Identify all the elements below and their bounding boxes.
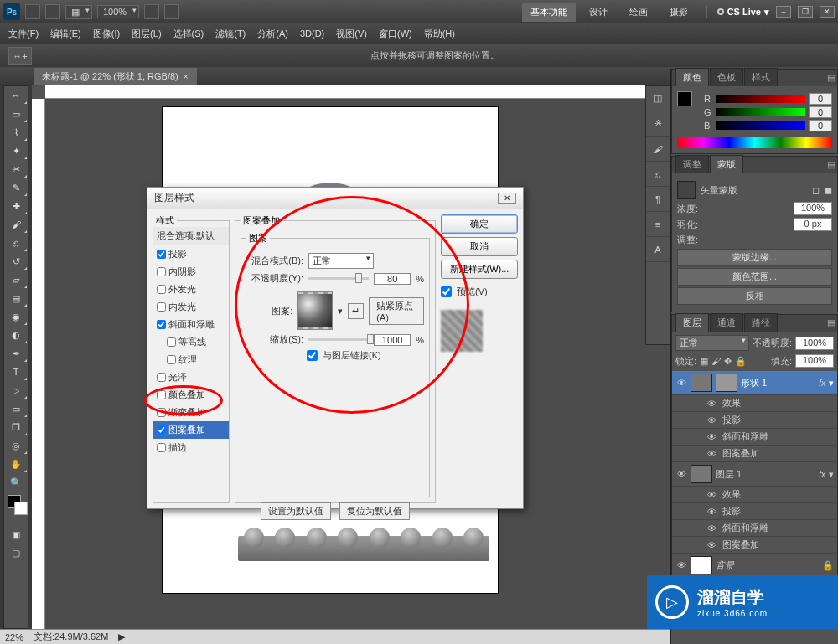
tool-marquee[interactable]: ▭ (4, 105, 28, 123)
snap-origin-icon[interactable]: ↵ (348, 303, 364, 319)
link-checkbox[interactable] (307, 350, 318, 361)
bridge-icon[interactable] (25, 4, 40, 19)
window-min[interactable]: – (776, 6, 791, 18)
cs-live[interactable]: CS Live▾ (717, 7, 769, 18)
menu-view[interactable]: 视图(V) (336, 28, 367, 40)
zoom-readout[interactable]: 22% (5, 632, 23, 642)
menu-image[interactable]: 图像(I) (93, 28, 120, 40)
dock-para-icon[interactable]: ≡ (646, 212, 670, 237)
snap-origin-button[interactable]: 贴紧原点(A) (369, 297, 424, 325)
workspace-basic[interactable]: 基本功能 (522, 3, 576, 22)
status-arrow-icon[interactable]: ▶ (118, 631, 125, 642)
invert-button[interactable]: 反相 (677, 287, 832, 305)
menu-3d[interactable]: 3D(D) (300, 28, 324, 39)
window-close[interactable]: ✕ (820, 6, 835, 18)
lock-pix-icon[interactable]: 🖌 (711, 356, 721, 366)
b-slider[interactable] (716, 121, 805, 130)
tool-3dcam[interactable]: ◎ (4, 436, 28, 455)
fx-shadow[interactable]: 👁投影 (672, 412, 837, 429)
opacity-input[interactable]: 100% (795, 337, 834, 350)
color-range-button[interactable]: 颜色范围... (677, 268, 832, 286)
tool-stamp[interactable]: ⎌ (4, 234, 28, 252)
eye-icon[interactable]: 👁 (675, 560, 687, 570)
tool-shape[interactable]: ▭ (4, 399, 28, 418)
view-dd[interactable]: ▦ (65, 5, 92, 19)
lock-trans-icon[interactable]: ▦ (700, 356, 708, 367)
tool-type[interactable]: T (4, 363, 28, 381)
tab-channels[interactable]: 通道 (710, 313, 743, 332)
doc-size-readout[interactable]: 文档:24.9M/3.62M (34, 631, 108, 643)
fx-pattern-2[interactable]: 👁图案叠加 (672, 537, 837, 554)
menu-file[interactable]: 文件(F) (8, 28, 39, 40)
ruler-vertical[interactable] (32, 99, 45, 629)
dock-history-icon[interactable]: ◫ (646, 86, 670, 111)
blend-mode-dd[interactable]: 正常 (675, 335, 749, 351)
style-contour[interactable]: 等高线 (153, 333, 229, 351)
tab-adjust[interactable]: 调整 (675, 155, 709, 173)
tab-mask[interactable]: 蒙版 (710, 155, 743, 173)
zoom-dd[interactable]: 100% (97, 5, 139, 18)
menu-analysis[interactable]: 分析(A) (257, 28, 288, 40)
b-value[interactable]: 0 (809, 120, 832, 131)
blend-options-item[interactable]: 混合选项:默认 (153, 227, 229, 245)
set-default-button[interactable]: 设置为默认值 (261, 502, 331, 520)
tool-dodge[interactable]: ◐ (4, 326, 28, 344)
style-drop-shadow[interactable]: 投影 (153, 245, 229, 263)
dock-nav-icon[interactable]: A (646, 237, 670, 262)
tool-hand[interactable]: ✋ (4, 455, 28, 473)
opacity-slider[interactable] (308, 277, 369, 280)
pattern-picker[interactable] (297, 291, 333, 330)
color-ramp[interactable] (677, 137, 832, 148)
preview-checkbox[interactable] (441, 286, 452, 297)
lock-all-icon[interactable]: 🔒 (735, 356, 747, 367)
dialog-titlebar[interactable]: 图层样式 ✕ (147, 188, 523, 209)
feather-input[interactable]: 0 px (794, 218, 832, 231)
menu-select[interactable]: 选择(S) (173, 28, 204, 40)
scale-slider[interactable] (308, 338, 369, 341)
fill-input[interactable]: 100% (795, 354, 834, 368)
style-texture[interactable]: 纹理 (153, 351, 229, 368)
dock-actions-icon[interactable]: ※ (646, 111, 670, 137)
panel-menu-icon[interactable]: ▤ (827, 72, 835, 83)
menu-layer[interactable]: 图层(L) (132, 28, 161, 40)
layer-layer1[interactable]: 👁 图层 1 fx▾ (672, 462, 837, 487)
fg-bg-swatch[interactable] (4, 492, 28, 525)
g-slider[interactable] (716, 108, 805, 116)
tool-3d[interactable]: ❒ (4, 418, 28, 436)
rotate-icon[interactable] (164, 4, 179, 19)
fx-effects-2[interactable]: 👁效果 (672, 487, 837, 503)
tool-heal[interactable]: ✚ (4, 197, 28, 215)
r-value[interactable]: 0 (809, 93, 832, 105)
fx-effects[interactable]: 👁效果 (672, 395, 837, 412)
tool-zoom[interactable]: 🔍 (4, 473, 28, 492)
tool-gradient[interactable]: ▤ (4, 289, 28, 307)
tool-move[interactable]: ↔ (4, 86, 28, 105)
tool-brush[interactable]: 🖌 (4, 215, 28, 234)
chevron-down-icon[interactable]: ▾ (829, 378, 834, 389)
reset-default-button[interactable]: 复位为默认值 (339, 502, 410, 520)
blend-mode-select[interactable]: 正常 (308, 253, 374, 269)
dialog-close-button[interactable]: ✕ (498, 193, 516, 204)
tool-wand[interactable]: ✦ (4, 142, 28, 160)
tab-styles[interactable]: 样式 (744, 68, 778, 86)
fx-shadow-2[interactable]: 👁投影 (672, 503, 837, 520)
dock-char-icon[interactable]: ¶ (646, 187, 670, 212)
mask-edge-button[interactable]: 蒙版边缘... (677, 249, 832, 266)
cancel-button[interactable]: 取消 (441, 237, 518, 256)
tool-crop[interactable]: ✂ (4, 160, 28, 178)
tool-pen[interactable]: ✒ (4, 344, 28, 363)
fx-pattern[interactable]: 👁图案叠加 (672, 446, 837, 462)
tool-path[interactable]: ▷ (4, 381, 28, 399)
panel-menu-icon[interactable]: ▤ (827, 159, 835, 170)
tool-eyedropper[interactable]: ✎ (4, 178, 28, 197)
tab-swatches[interactable]: 色板 (710, 68, 743, 86)
dock-brushes-icon[interactable]: 🖌 (646, 137, 670, 162)
close-icon[interactable]: × (184, 72, 189, 81)
opacity-input[interactable]: 80 (374, 273, 411, 285)
ok-button[interactable]: 确定 (441, 214, 518, 234)
minibridge-icon[interactable] (45, 4, 60, 19)
style-satin[interactable]: 光泽 (153, 368, 229, 386)
menu-edit[interactable]: 编辑(E) (50, 28, 81, 40)
hand-icon[interactable] (144, 4, 159, 19)
tool-lasso[interactable]: ⌇ (4, 123, 28, 142)
